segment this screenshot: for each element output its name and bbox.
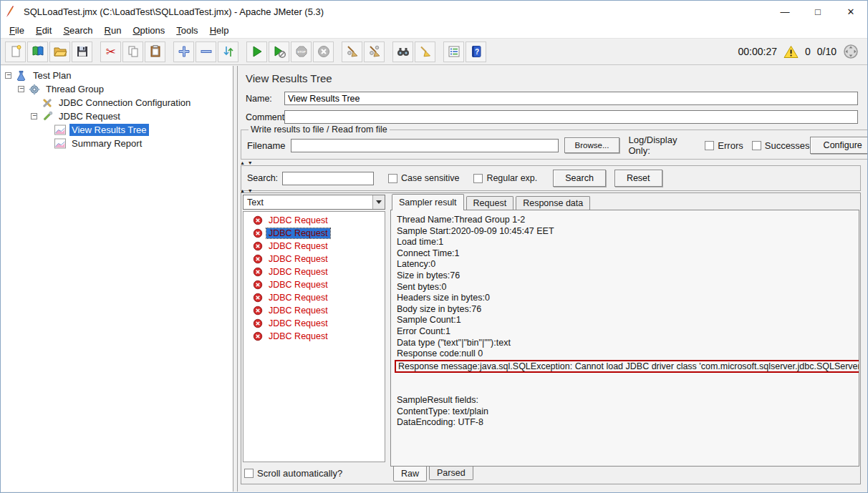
start-no-timers-button[interactable]: [269, 42, 289, 62]
filename-input[interactable]: [291, 139, 558, 152]
collapse-expander-icon[interactable]: [31, 113, 37, 119]
toggle-arrows-icon: [221, 44, 236, 59]
result-item[interactable]: JDBC Request: [243, 278, 385, 291]
paste-button[interactable]: [145, 42, 165, 62]
test-plan-flask-icon: [15, 70, 27, 82]
sampler-result-line: Error Count:1: [397, 326, 853, 338]
error-icon: [253, 254, 263, 264]
result-tab[interactable]: Sampler result: [392, 194, 464, 210]
new-file-button[interactable]: [5, 42, 26, 62]
start-button[interactable]: [246, 42, 267, 62]
cut-scissors-icon: ✂: [105, 46, 115, 58]
view-selector-value: Text: [243, 197, 372, 208]
search-button[interactable]: Search: [553, 170, 606, 187]
close-button[interactable]: ✕: [834, 1, 867, 22]
tree-item-summary-report[interactable]: Summary Report: [1, 137, 233, 150]
shutdown-button[interactable]: [313, 42, 334, 62]
function-helper-button[interactable]: [443, 42, 464, 62]
tree-item-thread-group[interactable]: Thread Group: [1, 82, 233, 96]
tree-item-test-plan[interactable]: Test Plan: [1, 69, 233, 82]
menu-item[interactable]: Search: [57, 24, 98, 37]
sampler-result-line: Body size in bytes:76: [397, 304, 853, 316]
comments-input[interactable]: [284, 110, 858, 124]
reset-button[interactable]: Reset: [614, 170, 662, 187]
write-results-legend: Write results to file / Read from file: [249, 125, 390, 135]
maximize-button[interactable]: □: [801, 1, 834, 22]
warning-triangle-icon[interactable]: [783, 45, 799, 59]
clear-button[interactable]: [342, 42, 362, 62]
error-icon: [253, 331, 263, 341]
configure-button[interactable]: Configure: [810, 137, 868, 154]
search-reset-brush-icon: [418, 44, 433, 59]
results-list-panel: Text JDBC Request JDBC Request JDBC Requ…: [241, 193, 388, 484]
render-mode-tab[interactable]: Raw: [393, 466, 427, 482]
search-label: Search:: [247, 173, 278, 183]
result-item[interactable]: JDBC Request: [243, 227, 385, 240]
regular-exp-checkbox[interactable]: [473, 174, 483, 183]
successes-checkbox[interactable]: [752, 141, 761, 150]
menu-item[interactable]: Edit: [30, 24, 57, 37]
remote-start-icon[interactable]: [843, 44, 859, 59]
name-label: Name:: [246, 94, 272, 104]
result-item[interactable]: JDBC Request: [243, 214, 385, 227]
templates-button[interactable]: [27, 42, 48, 62]
collapse-expander-icon[interactable]: [18, 86, 24, 92]
error-icon: [253, 306, 263, 316]
tree-item-jdbc-request[interactable]: JDBC Request: [1, 109, 233, 123]
menu-item[interactable]: Help: [204, 24, 235, 37]
clear-all-broom-icon: [367, 44, 382, 59]
help-book-icon: ?: [469, 44, 483, 59]
menu-item[interactable]: Options: [127, 24, 170, 37]
tree-item-view-results-tree[interactable]: View Results Tree: [1, 123, 233, 137]
render-mode-tab[interactable]: Parsed: [429, 467, 473, 480]
result-item[interactable]: JDBC Request: [243, 253, 385, 265]
open-file-button[interactable]: [49, 42, 70, 62]
result-item[interactable]: JDBC Request: [243, 317, 385, 330]
dropdown-button[interactable]: [372, 195, 385, 209]
split-handle-icon[interactable]: ▲ ▼: [240, 160, 254, 165]
errors-checkbox[interactable]: [705, 141, 714, 150]
minimize-button[interactable]: —: [768, 1, 801, 22]
error-icon: [253, 215, 263, 225]
browse-button[interactable]: Browse...: [564, 137, 620, 153]
scroll-automatically-checkbox[interactable]: [244, 469, 254, 478]
sampler-result-line: Sample Start:2020-09-09 10:45:47 EET: [397, 226, 853, 238]
menu-item[interactable]: Tools: [170, 24, 203, 37]
result-item[interactable]: JDBC Request: [243, 304, 385, 317]
result-item[interactable]: JDBC Request: [243, 240, 385, 253]
expand-all-button[interactable]: [173, 42, 194, 62]
search-input[interactable]: [282, 172, 374, 185]
active-threads-count: 0/10: [817, 46, 836, 57]
menu-item[interactable]: File: [4, 24, 30, 37]
result-item[interactable]: JDBC Request: [243, 330, 385, 343]
result-tab[interactable]: Response data: [516, 196, 590, 210]
case-sensitive-checkbox[interactable]: [388, 174, 397, 183]
cut-button[interactable]: ✂: [100, 42, 121, 62]
name-input[interactable]: [284, 92, 858, 105]
menu-bar: FileEditSearchRunOptionsToolsHelp: [1, 22, 867, 39]
stop-button[interactable]: STOP: [291, 42, 312, 62]
copy-button[interactable]: [122, 42, 143, 62]
search-toolbar-button[interactable]: [392, 42, 413, 62]
clear-all-button[interactable]: [364, 42, 385, 62]
save-button[interactable]: [72, 42, 92, 62]
error-icon: [253, 241, 263, 251]
result-tab[interactable]: Request: [466, 196, 514, 210]
toggle-button[interactable]: [218, 42, 238, 62]
result-item[interactable]: JDBC Request: [243, 265, 385, 278]
help-button[interactable]: ?: [466, 42, 486, 62]
sampler-result-line: Size in bytes:76: [397, 270, 853, 282]
collapse-expander-icon[interactable]: [5, 72, 11, 79]
menu-item[interactable]: Run: [99, 24, 127, 37]
sampler-result-line: ContentType: text/plain: [397, 406, 853, 418]
dropper-icon: [41, 111, 53, 122]
search-section: Search: Case sensitive Regular exp. Sear…: [241, 165, 861, 191]
result-tabs: Sampler resultRequestResponse data: [392, 194, 592, 210]
collapse-all-button[interactable]: [196, 42, 216, 62]
view-selector-dropdown[interactable]: Text: [243, 195, 385, 210]
plus-icon: [177, 44, 191, 59]
tree-item-jdbc-connection-configuration[interactable]: JDBC Connection Configuration: [1, 96, 233, 109]
search-reset-toolbar-button[interactable]: [415, 42, 435, 62]
shutdown-x-icon: [317, 44, 331, 59]
result-item[interactable]: JDBC Request: [243, 291, 385, 304]
